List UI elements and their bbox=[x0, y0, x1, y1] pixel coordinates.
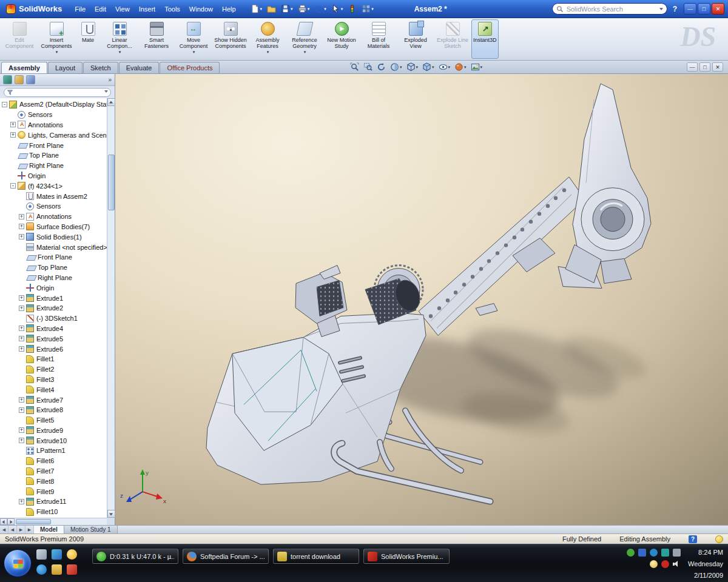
tree-item[interactable]: Material <not specified> bbox=[0, 242, 107, 252]
taskbar-task-button[interactable]: SolidWorks Premiu... bbox=[363, 549, 450, 564]
tray-icon[interactable] bbox=[673, 549, 681, 557]
ribbon-button[interactable]: Explode Line Sketch bbox=[434, 19, 471, 59]
taskbar-task-button[interactable]: D:0.31 k U:47.0 k - µ... bbox=[92, 549, 178, 564]
help-icon[interactable]: ? bbox=[667, 5, 682, 13]
tray-icon[interactable] bbox=[661, 560, 669, 568]
minimize-button[interactable]: — bbox=[684, 3, 696, 15]
tree-item[interactable]: + Annotations bbox=[0, 120, 107, 130]
tray-icon[interactable] bbox=[627, 549, 635, 557]
tree-item[interactable]: Front Plane bbox=[0, 252, 107, 263]
tree-expand-toggle[interactable]: + bbox=[19, 397, 24, 403]
graphics-area[interactable]: x y z bbox=[115, 74, 728, 525]
ribbon-button[interactable]: Instant3D bbox=[471, 19, 499, 59]
tree-item[interactable]: Right Plane bbox=[0, 273, 107, 283]
tree-expand-toggle[interactable]: - bbox=[10, 183, 16, 189]
model-tab-scroll-button[interactable]: ▶ bbox=[25, 526, 34, 534]
scrollbar-thumb[interactable] bbox=[16, 519, 51, 524]
tray-icon[interactable] bbox=[661, 549, 669, 557]
tree-item[interactable]: Fillet5 bbox=[0, 415, 107, 426]
scroll-left-button[interactable] bbox=[0, 518, 7, 525]
tree-item[interactable]: + Extrude2 bbox=[0, 303, 107, 313]
ribbon-button[interactable]: Exploded View bbox=[397, 19, 434, 59]
tree-item[interactable]: + Extrude8 bbox=[0, 405, 107, 415]
display-style-icon[interactable]: ▾ bbox=[421, 62, 436, 72]
scroll-right-button[interactable] bbox=[7, 518, 15, 525]
tree-item[interactable]: + Extrude9 bbox=[0, 426, 107, 436]
ribbon-button[interactable]: Move Component ▾ bbox=[175, 19, 212, 59]
tail-rotor-duct[interactable] bbox=[581, 188, 644, 251]
quick-launch-icon[interactable] bbox=[67, 564, 77, 575]
quick-launch-icon[interactable] bbox=[36, 549, 47, 560]
tree-item[interactable]: Fillet10 bbox=[0, 507, 107, 517]
viewport-3d-scene[interactable]: x y z bbox=[115, 74, 728, 525]
options-icon[interactable]: ▾ bbox=[360, 3, 376, 15]
ribbon-button[interactable]: New Motion Study bbox=[323, 19, 360, 59]
tree-item[interactable]: Fillet7 bbox=[0, 466, 107, 477]
tree-filter[interactable] bbox=[4, 88, 111, 97]
menu-item[interactable]: Help bbox=[218, 4, 240, 15]
menu-item[interactable]: Insert bbox=[135, 4, 160, 15]
model-tab-scroll-button[interactable]: ◀ bbox=[0, 526, 8, 534]
doc-restore-button[interactable]: □ bbox=[699, 62, 710, 72]
scrollbar-thumb[interactable] bbox=[108, 155, 115, 210]
ribbon-button[interactable]: Edit Component bbox=[1, 19, 38, 59]
tray-icon[interactable] bbox=[638, 549, 646, 557]
ribbon-button[interactable]: Insert Components ▾ bbox=[38, 19, 75, 59]
search-box[interactable]: SolidWorks Search bbox=[552, 3, 667, 15]
tree-item[interactable]: Fillet4 bbox=[0, 384, 107, 395]
model-tab[interactable]: Motion Study 1 bbox=[64, 526, 118, 534]
tree-expand-toggle[interactable]: + bbox=[10, 122, 16, 127]
tree-item[interactable]: Right Plane bbox=[0, 161, 107, 171]
propertymanager-tab-icon[interactable] bbox=[15, 75, 24, 84]
tree-expand-toggle[interactable]: + bbox=[19, 499, 24, 504]
command-tab[interactable]: Assembly bbox=[1, 62, 47, 73]
ribbon-button[interactable]: Show Hidden Components bbox=[212, 19, 249, 59]
quick-launch-icon[interactable] bbox=[67, 549, 77, 560]
view-orientation-icon[interactable]: ▾ bbox=[405, 62, 420, 72]
ribbon-button[interactable]: Mate bbox=[75, 19, 101, 59]
tree-item[interactable]: + Extrude1 bbox=[0, 293, 107, 303]
command-tab[interactable]: Layout bbox=[48, 62, 83, 73]
tree-item[interactable]: + Extrude6 bbox=[0, 344, 107, 354]
rebuild-icon[interactable] bbox=[346, 3, 359, 15]
tree-item[interactable]: LPattern1 bbox=[0, 446, 107, 456]
tree-expand-toggle[interactable]: + bbox=[19, 295, 24, 301]
tree-item[interactable]: + Extrude7 bbox=[0, 395, 107, 405]
tree-item[interactable]: Fillet8 bbox=[0, 476, 107, 486]
save-icon[interactable]: ▾ bbox=[279, 3, 295, 15]
menu-item[interactable]: Edit bbox=[90, 4, 110, 15]
taskbar-task-button[interactable]: torrent download bbox=[273, 549, 359, 564]
tree-item[interactable]: Top Plane bbox=[0, 263, 107, 273]
tree-expand-toggle[interactable]: + bbox=[19, 234, 24, 239]
tree-item[interactable]: + Extrude4 bbox=[0, 324, 107, 334]
apply-scene-icon[interactable]: ▾ bbox=[470, 62, 484, 72]
select-icon[interactable]: ▾ bbox=[329, 3, 345, 15]
scroll-up-button[interactable] bbox=[107, 98, 115, 106]
tree-item[interactable]: + Extrude5 bbox=[0, 333, 107, 344]
ribbon-button[interactable]: Linear Compon... ▾ bbox=[101, 19, 138, 59]
zoom-to-area-icon[interactable] bbox=[362, 62, 374, 72]
tree-expand-toggle[interactable]: + bbox=[19, 224, 24, 229]
ribbon-button[interactable]: Assembly Features ▾ bbox=[249, 19, 286, 59]
tray-icon[interactable] bbox=[650, 560, 658, 568]
search-input[interactable]: SolidWorks Search bbox=[567, 5, 656, 13]
tree-item[interactable]: (-) 3DSketch1 bbox=[0, 313, 107, 324]
open-icon[interactable] bbox=[265, 3, 278, 15]
featuremanager-tab-icon[interactable] bbox=[3, 75, 12, 84]
scroll-down-button[interactable] bbox=[107, 510, 115, 518]
panel-expand-button[interactable]: » bbox=[108, 76, 112, 83]
tree-item[interactable]: + Solid Bodies(1) bbox=[0, 232, 107, 242]
model-tab-scroll-button[interactable]: ▶ bbox=[17, 526, 25, 534]
tree-item[interactable]: Mates in Assem2 bbox=[0, 191, 107, 201]
tree-item[interactable]: - (f) 4234<1> bbox=[0, 181, 107, 191]
tree-expand-toggle[interactable]: - bbox=[2, 102, 7, 107]
tree-item[interactable]: + Lights, Cameras and Scene bbox=[0, 130, 107, 140]
ribbon-button[interactable]: Smart Fasteners bbox=[138, 19, 175, 59]
doc-close-button[interactable]: ✕ bbox=[712, 62, 723, 72]
tree-expand-toggle[interactable]: + bbox=[19, 336, 24, 341]
new-document-icon[interactable]: ▾ bbox=[249, 3, 265, 15]
ribbon-button[interactable]: Reference Geometry ▾ bbox=[286, 19, 323, 59]
tree-expand-toggle[interactable]: + bbox=[19, 214, 24, 219]
search-dropdown-icon[interactable] bbox=[659, 8, 663, 12]
rotate-view-icon[interactable] bbox=[376, 62, 387, 72]
